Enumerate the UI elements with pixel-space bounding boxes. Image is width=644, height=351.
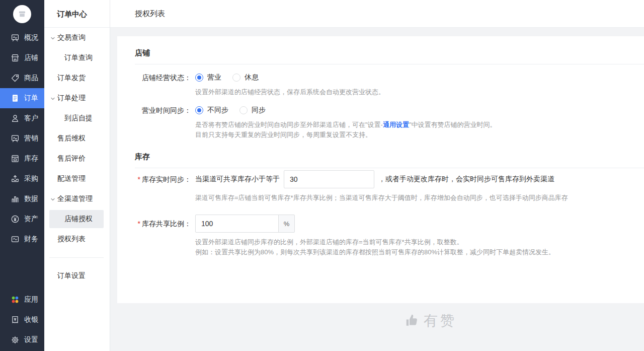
stock-threshold-input[interactable] bbox=[284, 170, 374, 188]
sidebar-item-marketing[interactable]: 营销 bbox=[0, 128, 44, 149]
required-asterisk: * bbox=[138, 220, 140, 228]
sidebar-item-label: 订单 bbox=[24, 94, 38, 103]
share-ratio-control: % bbox=[195, 215, 295, 233]
menu-item-shop-authorization[interactable]: 店铺授权 bbox=[49, 210, 104, 228]
percent-addon: % bbox=[278, 215, 295, 233]
brand-text: 有赞 bbox=[424, 311, 457, 330]
sidebar-item-label: 营销 bbox=[24, 134, 38, 143]
chevron-down-icon bbox=[50, 36, 55, 41]
required-asterisk: * bbox=[138, 175, 140, 183]
general-settings-link[interactable]: 通用设置 bbox=[383, 121, 409, 128]
sidebar-item-label: 概况 bbox=[24, 33, 38, 42]
sidebar-item-label: 应用 bbox=[24, 295, 38, 304]
help-text: 设置外部渠道店铺同步库存的比例，外部渠道店铺的库存=当前可售库存*共享比例，取整… bbox=[195, 238, 463, 246]
radio-rest[interactable]: 休息 bbox=[232, 73, 259, 82]
share-ratio-row: *库存共享比例： % bbox=[135, 215, 626, 233]
settings-card: 店铺 店铺经营状态： 营业 休息 设置外部渠道的店铺经营状态，保存后系统会自动更… bbox=[117, 36, 644, 303]
apps-icon bbox=[11, 295, 20, 304]
sidebar-item-inventory[interactable]: 库存 bbox=[0, 149, 44, 169]
shop-status-radios: 营业 休息 bbox=[195, 73, 270, 82]
radio-unselected-icon[interactable] bbox=[232, 74, 240, 82]
primary-sidebar: 概况 店铺 商品 订单 bbox=[0, 0, 44, 351]
settings-icon bbox=[11, 335, 20, 344]
share-ratio-help: 设置外部渠道店铺同步库存的比例，外部渠道店铺的库存=当前可售库存*共享比例，取整… bbox=[195, 237, 626, 257]
menu-item-order-query[interactable]: 订单查询 bbox=[44, 48, 110, 68]
sidebar-item-label: 数据 bbox=[24, 194, 38, 203]
sidebar-item-purchase[interactable]: 采购 bbox=[0, 169, 44, 189]
menu-item-order-settings[interactable]: 订单设置 bbox=[44, 266, 110, 286]
menu-label: 全渠道管理 bbox=[57, 194, 93, 203]
hours-sync-help: 是否将有赞店铺的营业时间自动同步至外部渠道店铺，可在"设置-通用设置"中设置有赞… bbox=[195, 120, 626, 140]
storefront-icon bbox=[17, 9, 27, 19]
sidebar-item-label: 商品 bbox=[24, 74, 38, 83]
menu-label: 到店自提 bbox=[64, 114, 93, 123]
finance-icon bbox=[11, 235, 20, 244]
sidebar-item-label: 财务 bbox=[24, 235, 38, 244]
sidebar-item-apps[interactable]: 应用 bbox=[0, 290, 44, 310]
menu-label: 订单查询 bbox=[64, 53, 93, 62]
radio-sync[interactable]: 同步 bbox=[239, 106, 266, 115]
menu-item-aftersales-rights[interactable]: 售后维权 bbox=[44, 128, 110, 149]
customers-icon bbox=[11, 114, 20, 123]
menu-item-aftersales-review[interactable]: 售后评价 bbox=[44, 149, 110, 169]
help-text: "中设置有赞店铺的营业时间。 bbox=[409, 121, 497, 128]
menu-label: 交易查询 bbox=[57, 33, 86, 42]
youzan-brand-footer: 有赞 bbox=[404, 311, 457, 330]
radio-unselected-icon[interactable] bbox=[239, 106, 248, 114]
menu-group-trade-query[interactable]: 交易查询 bbox=[44, 28, 110, 48]
sidebar-item-goods[interactable]: 商品 bbox=[0, 68, 44, 88]
sidebar-item-data[interactable]: 数据 bbox=[0, 189, 44, 209]
share-ratio-input[interactable] bbox=[195, 215, 279, 233]
threshold-text-before: 当渠道可共享库存小于等于 bbox=[195, 175, 280, 184]
share-ratio-label: *库存共享比例： bbox=[135, 219, 191, 229]
hours-sync-label: 营业时间同步： bbox=[135, 105, 191, 115]
logo-area bbox=[0, 0, 44, 28]
sidebar-item-label: 收银 bbox=[24, 315, 38, 324]
radio-open[interactable]: 营业 bbox=[195, 73, 221, 82]
sidebar-item-orders[interactable]: 订单 bbox=[0, 88, 44, 108]
radio-selected-icon[interactable] bbox=[195, 74, 203, 82]
hours-sync-radios: 不同步 同步 bbox=[195, 106, 277, 115]
app-logo[interactable] bbox=[13, 5, 31, 23]
menu-item-store-pickup[interactable]: 到店自提 bbox=[44, 108, 110, 128]
sidebar-item-finance[interactable]: 财务 bbox=[0, 229, 44, 249]
sidebar-item-label: 设置 bbox=[24, 335, 38, 344]
sidebar-item-cashier[interactable]: 收银 bbox=[0, 310, 44, 330]
sidebar-item-label: 客户 bbox=[24, 114, 38, 123]
topbar: 授权列表 bbox=[110, 0, 644, 28]
sidebar-item-label: 资产 bbox=[24, 215, 38, 224]
marketing-icon bbox=[11, 134, 20, 143]
sidebar-item-customers[interactable]: 客户 bbox=[0, 108, 44, 128]
stock-sync-row: *库存实时同步： 当渠道可共享库存小于等于 ，或者手动更改库存时，会实时同步可售… bbox=[135, 170, 626, 188]
sidebar-item-overview[interactable]: 概况 bbox=[0, 28, 44, 48]
menu-label: 售后评价 bbox=[57, 154, 86, 163]
sidebar-item-assets[interactable]: 资产 bbox=[0, 209, 44, 229]
radio-label: 休息 bbox=[245, 73, 259, 82]
sidebar-item-settings[interactable]: 设置 bbox=[0, 330, 44, 350]
radio-label: 同步 bbox=[252, 106, 266, 115]
orders-icon bbox=[11, 94, 20, 103]
menu-group-order-processing[interactable]: 订单处理 bbox=[44, 88, 110, 108]
shop-icon bbox=[11, 53, 20, 62]
radio-no-sync[interactable]: 不同步 bbox=[195, 106, 228, 115]
menu-group-omnichannel[interactable]: 全渠道管理 bbox=[44, 189, 110, 209]
radio-selected-icon[interactable] bbox=[195, 106, 203, 114]
menu-item-order-shipping[interactable]: 订单发货 bbox=[44, 68, 110, 88]
section-title-shop: 店铺 bbox=[135, 36, 644, 64]
chevron-down-icon bbox=[50, 96, 55, 101]
radio-label: 不同步 bbox=[207, 106, 228, 115]
menu-item-authorization-list[interactable]: 授权列表 bbox=[44, 229, 110, 249]
stock-sync-help: 渠道可售库存=店铺当前可售库存*库存共享比例；当渠道可售库存大于阈值时，库存增加… bbox=[195, 193, 626, 203]
secondary-sidebar-title: 订单中心 bbox=[44, 0, 110, 28]
menu-item-delivery-management[interactable]: 配送管理 bbox=[44, 169, 110, 189]
menu-label: 订单发货 bbox=[57, 74, 86, 83]
threshold-text-after: ，或者手动更改库存时，会实时同步可售库存到外卖渠道 bbox=[378, 175, 554, 184]
purchase-icon bbox=[11, 174, 20, 183]
sidebar-item-shop[interactable]: 店铺 bbox=[0, 48, 44, 68]
menu-label: 订单处理 bbox=[57, 94, 86, 103]
cashier-icon bbox=[11, 315, 20, 324]
menu-label: 配送管理 bbox=[57, 174, 86, 183]
main-content: 店铺 店铺经营状态： 营业 休息 设置外部渠道的店铺经营状态，保存后系统会自动更… bbox=[110, 28, 644, 351]
sidebar-item-label: 库存 bbox=[24, 154, 38, 163]
goods-icon bbox=[11, 74, 20, 83]
